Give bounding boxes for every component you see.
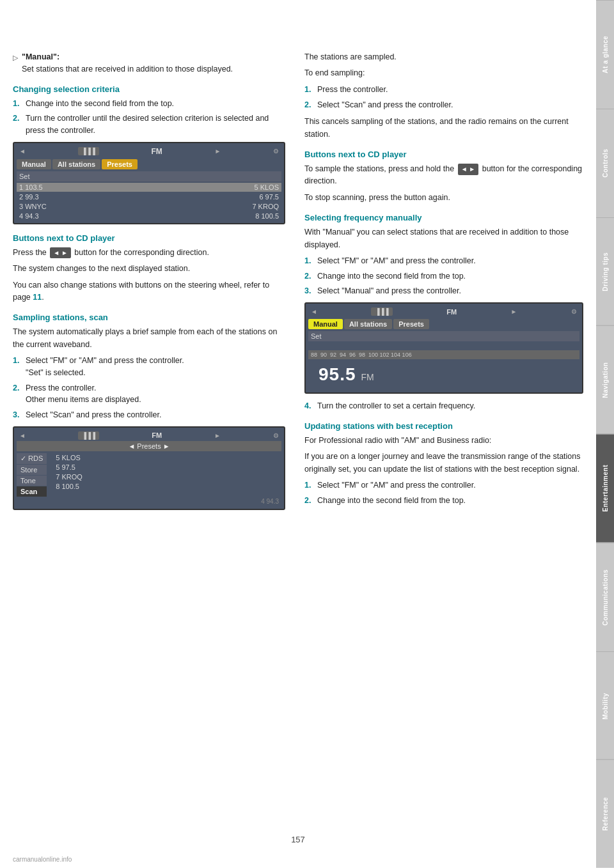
freq-scale: 88 90 92 94 96 98 100 102 104 106 xyxy=(308,350,579,359)
station-left: 3 WNYC xyxy=(19,203,47,210)
sidebar-tab-communications[interactable]: Communications xyxy=(596,543,614,651)
sample-hold-text: To sample the stations, press and hold t… xyxy=(304,163,583,188)
sidebar-tab-controls[interactable]: Controls xyxy=(596,109,614,217)
select-freq-steps: 1. Select "FM" or "AM" and press the con… xyxy=(304,255,583,297)
step-text: Change into the second field from the to… xyxy=(317,495,466,507)
step-num: 4. xyxy=(304,400,315,412)
bottom-logo: carmanualonline.info xyxy=(0,851,596,868)
logo-text: carmanualonline.info xyxy=(13,856,72,863)
station-freq: 8 100.5 xyxy=(56,483,79,490)
manual-radio-tabs: Manual All stations Presets xyxy=(308,319,579,329)
sidebar-tab-navigation[interactable]: Navigation xyxy=(596,325,614,434)
section-select-freq-heading: Selecting frequency manually xyxy=(304,213,583,222)
station-row: 8 100.5 xyxy=(53,482,281,491)
station-right: 7 KROQ xyxy=(252,203,279,210)
step-text: Turn the controller to set a certain fre… xyxy=(317,400,475,412)
station-row: 2 99.3 6 97.5 xyxy=(17,192,281,201)
step4-list: 4. Turn the controller to set a certain … xyxy=(304,400,583,412)
scan-item-rds[interactable]: ✓ RDS xyxy=(17,453,47,464)
freq-scale-numbers: 88 90 92 94 96 98 100 102 104 106 xyxy=(311,352,412,358)
manual-label: "Manual": xyxy=(22,52,59,61)
step-num: 2. xyxy=(304,495,315,507)
manual-display: ◄ ▐▐▐ FM ► ⚙ Manual All stations Presets… xyxy=(304,302,583,394)
manual-tab-all-stations[interactable]: All stations xyxy=(344,319,392,329)
scan-arrow-left: ◄ xyxy=(19,432,26,439)
radio-tab-manual[interactable]: Manual xyxy=(17,159,51,169)
radio-settings-icon: ⚙ xyxy=(273,148,279,155)
station-row: 7 KROQ xyxy=(53,472,281,481)
sidebar-tab-driving-tips[interactable]: Driving tips xyxy=(596,217,614,326)
section-sampling-heading: Sampling stations, scan xyxy=(13,313,285,322)
select-freq-text: With "Manual" you can select stations th… xyxy=(304,226,583,251)
sidebar-tab-entertainment[interactable]: Entertainment xyxy=(596,434,614,543)
manual-arrow-left: ◄ xyxy=(311,308,317,315)
step-extra: "Set" is selected. xyxy=(26,368,86,377)
stop-scanning-text: To stop scanning, press the button again… xyxy=(304,192,583,204)
cd-button-icon: ◄ ► xyxy=(50,247,71,259)
sampling-steps-list: 1. Select "FM" or "AM" and press the con… xyxy=(13,355,285,421)
list-item: 1. Change into the second field from the… xyxy=(13,98,285,110)
stations-sampled-text: The stations are sampled. xyxy=(304,51,583,63)
step-num: 1. xyxy=(13,355,23,367)
radio-display-1: ◄ ▐▐▐ FM ► ⚙ Manual All stations Presets… xyxy=(13,142,285,224)
manual-big-frequency: 95.5 xyxy=(313,362,361,387)
manual-desc: Set stations that are received in additi… xyxy=(22,65,233,74)
step-num: 2. xyxy=(304,270,315,283)
step-text: Select "FM" or "AM" and press the contro… xyxy=(26,356,184,365)
manual-set-row: Set xyxy=(308,331,579,341)
updating-text1: For Professional radio with "AM" and Bus… xyxy=(304,435,583,447)
scan-item-store[interactable]: Store xyxy=(17,465,47,475)
manual-arrow-right: ► xyxy=(511,308,517,315)
scan-item-tone[interactable]: Tone xyxy=(17,476,47,486)
station-right: 6 97.5 xyxy=(259,193,279,201)
scan-presets-bar: ◄ Presets ► xyxy=(17,441,281,451)
station-right: 5 KLOS xyxy=(254,183,279,191)
sidebar-tab-reference[interactable]: Reference xyxy=(596,759,614,868)
step-num: 3. xyxy=(304,285,315,297)
radio-tab-all-stations[interactable]: All stations xyxy=(52,159,100,169)
scan-top-bar: ◄ ▐▐▐ FM ► ⚙ xyxy=(17,430,281,441)
cancels-sampling-text: This cancels sampling of the stations, a… xyxy=(304,116,583,141)
steering-wheel-text: You can also change stations with button… xyxy=(13,279,285,304)
step-num: 2. xyxy=(13,382,23,394)
step-extra: Other menu items are displayed. xyxy=(26,395,141,404)
manual-settings-icon: ⚙ xyxy=(571,308,577,315)
bullet-arrow-icon: ▷ xyxy=(13,52,18,63)
scan-settings-icon: ⚙ xyxy=(273,432,279,439)
step-text: Press the controller. xyxy=(26,384,96,392)
scan-item-scan[interactable]: Scan xyxy=(17,486,47,497)
list-item: 1. Press the controller. xyxy=(304,84,583,96)
system-changes-text: The system changes to the next displayed… xyxy=(13,263,285,275)
step-num: 1. xyxy=(304,84,315,96)
scan-stations-column: 5 KLOS 5 97.5 7 KROQ 8 100.5 xyxy=(49,453,281,497)
step-num: 1. xyxy=(13,98,23,110)
scan-partial-station: 4 94.3 xyxy=(17,497,281,506)
page-ref[interactable]: 11 xyxy=(33,293,42,302)
station-row: 5 KLOS xyxy=(53,453,281,462)
right-column: The stations are sampled. To end samplin… xyxy=(298,51,583,822)
manual-top-bar: ◄ ▐▐▐ FM ► ⚙ xyxy=(308,306,579,317)
scan-content: ✓ RDS Store Tone Scan 5 KLOS 5 97.5 xyxy=(17,453,281,497)
list-item: 2. Change into the second field from the… xyxy=(304,270,583,283)
manual-fm-unit: FM xyxy=(361,372,374,382)
updating-steps: 1. Select "FM" or "AM" and press the con… xyxy=(304,479,583,507)
buttons-cd-text: Press the ◄ ► button for the correspondi… xyxy=(13,247,285,259)
radio-stations: 1 103.5 5 KLOS 2 99.3 6 97.5 3 WNYC 7 KR… xyxy=(17,183,281,221)
step-num: 1. xyxy=(304,479,315,492)
manual-spacer xyxy=(308,343,579,350)
station-left: 1 103.5 xyxy=(19,183,43,191)
step-text: Select "FM" or "AM" and press the contro… xyxy=(317,255,476,267)
radio-signal-icon: ▐▐▐ xyxy=(78,147,99,155)
updating-text2: If you are on a longer journey and leave… xyxy=(304,451,583,476)
station-name: 7 KROQ xyxy=(56,473,83,481)
step-text: Select "Scan" and press the controller. xyxy=(26,409,161,421)
list-item: 2. Select "Scan" and press the controlle… xyxy=(304,99,583,111)
sidebar-tab-at-a-glance[interactable]: At a glance xyxy=(596,0,614,109)
radio-tab-presets[interactable]: Presets xyxy=(102,159,138,169)
sidebar-tab-mobility[interactable]: Mobility xyxy=(596,651,614,760)
radio-tabs: Manual All stations Presets xyxy=(17,159,281,169)
scan-display: ◄ ▐▐▐ FM ► ⚙ ◄ Presets ► ✓ RDS Store Ton… xyxy=(13,426,285,510)
manual-tab-manual[interactable]: Manual xyxy=(308,319,343,329)
manual-tab-presets[interactable]: Presets xyxy=(393,319,429,329)
station-freq: 5 97.5 xyxy=(56,463,75,471)
